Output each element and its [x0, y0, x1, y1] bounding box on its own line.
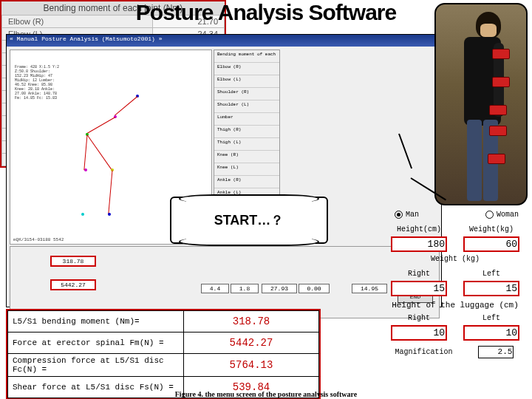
side-label: Elbow (R) [214, 63, 279, 75]
side-label: Thigh (L) [214, 138, 279, 151]
small-val-e: 14.95 [352, 284, 387, 293]
small-val-c: 27.93 [262, 284, 297, 293]
start-callout: START…？ [170, 197, 328, 244]
magnification-label: Magnification [383, 348, 465, 356]
side-label: Bending moment of each [214, 50, 279, 63]
magnification-input[interactable]: 2.5 [478, 346, 514, 358]
radio-woman-label: Woman [497, 211, 519, 219]
results-table: L5/S1 bending moment (Nm)=318.78Force at… [7, 310, 319, 398]
output-fm: 5442.27 [50, 279, 96, 290]
side-label: Knee (R) [214, 151, 279, 163]
radio-man-label: Man [406, 211, 419, 219]
luggage-label: Height of the luggage (cm) [383, 301, 528, 310]
side-label: Shoulder (R) [214, 88, 279, 100]
weight-right-input[interactable]: 15 [391, 281, 447, 296]
weight-kg-label: Weight (kg) [383, 255, 528, 263]
small-val-a: 4.4 [201, 284, 229, 293]
side-label: Knee (L) [214, 163, 279, 176]
luggage-right-input[interactable]: 10 [391, 325, 447, 341]
small-val-d: 0.00 [299, 284, 330, 293]
window-titlebar: « Manual Posture Analysis (Matsumoto2001… [7, 35, 441, 47]
input-form: Man Woman Height(cm) Weight(kg) 180 60 W… [383, 207, 528, 359]
results-row: L5/S1 bending moment (Nm)=318.78 [8, 311, 319, 332]
left-label-1: Left [455, 270, 528, 278]
graph-meta-text: Frame: 428 X:1.5 Y:2 Z:50.8 Shoulder: 15… [15, 65, 59, 100]
figure-caption: Figure 4. the menu screen of the posture… [0, 390, 532, 398]
radio-woman[interactable] [485, 211, 494, 219]
weight-label: Weight(kg) [455, 225, 528, 233]
weight-left-input[interactable]: 15 [463, 281, 519, 296]
weight-input[interactable]: 60 [463, 236, 519, 252]
small-val-b: 1.8 [231, 284, 259, 293]
side-label: Ankle (R) [214, 176, 279, 188]
right-label-1: Right [383, 270, 455, 278]
results-row: Force at erector spinal Fm(N) =5442.27 [8, 332, 319, 354]
start-label: START…？ [214, 211, 284, 229]
results-row: Compression force at L5/S1 disc Fc(N) =5… [8, 354, 319, 377]
left-label-2: Left [455, 314, 528, 322]
side-label: Thigh (R) [214, 126, 279, 138]
side-label: Lumber [214, 113, 279, 126]
height-label: Height(cm) [383, 225, 455, 233]
side-label: Shoulder (L) [214, 100, 279, 113]
app-window: « Manual Posture Analysis (Matsumoto2001… [6, 34, 442, 307]
results-panel: L5/S1 bending moment (Nm)=318.78Force at… [6, 309, 321, 399]
graph-footer: mQK/3154-03188 5542 [13, 237, 64, 242]
subject-photo [434, 3, 528, 205]
output-bending: 318.78 [50, 256, 96, 267]
bottom-output-area: 318.78 5442.27 4.4 1.8 27.93 0.00 14.95 [10, 246, 440, 318]
side-label: Elbow (L) [214, 75, 279, 88]
right-label-2: Right [383, 314, 455, 322]
height-input[interactable]: 180 [391, 236, 447, 252]
luggage-left-input[interactable]: 10 [463, 325, 519, 341]
radio-man[interactable] [395, 211, 403, 219]
